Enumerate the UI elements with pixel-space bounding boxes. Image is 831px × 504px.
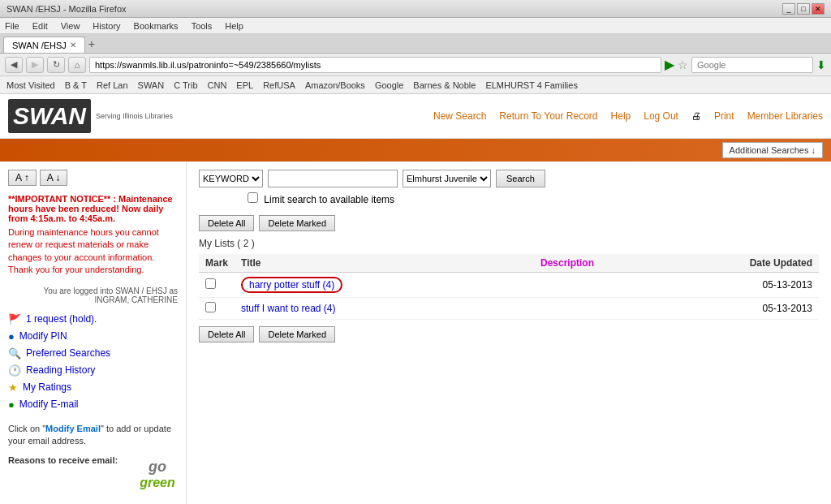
sidebar-item-requests[interactable]: 1 request (hold). (26, 313, 97, 325)
go-green-logo: go green (137, 454, 178, 494)
go-icon[interactable]: ▶ (665, 57, 674, 72)
col-date-updated: Date Updated (738, 254, 819, 273)
log-out-link[interactable]: Log Out (644, 110, 678, 122)
bookmarks-bar: Most Visited B & T Ref Lan SWAN C Trib C… (0, 76, 831, 94)
delete-marked-button-bottom[interactable]: Delete Marked (259, 326, 335, 342)
search-bar[interactable] (691, 57, 813, 73)
search-input[interactable] (268, 170, 398, 187)
content-area: A ↑ A ↓ **IMPORTANT NOTICE** : Maintenan… (0, 162, 831, 504)
url-bar[interactable] (89, 57, 661, 73)
delete-all-button-top[interactable]: Delete All (199, 215, 254, 231)
row2-title-link[interactable]: stuff I want to read (4) (241, 303, 336, 314)
lists-title: My Lists ( 2 ) (199, 238, 819, 249)
menu-bookmarks[interactable]: Bookmarks (132, 21, 180, 31)
bookmark-refusa[interactable]: RefUSA (260, 80, 299, 91)
sidebar-links: 🚩 1 request (hold). ● Modify PIN 🔍 Prefe… (8, 311, 178, 413)
location-select[interactable]: Elmhurst Juvenile Elmhurst Adult All Lib… (403, 170, 491, 187)
orange-bar: Additional Searches ↓ (0, 139, 831, 162)
preferred-searches-icon: 🔍 (8, 347, 21, 360)
bookmark-epl[interactable]: EPL (233, 80, 256, 91)
maximize-button[interactable]: □ (797, 3, 810, 15)
row1-checkbox[interactable] (205, 278, 216, 289)
help-link[interactable]: Help (611, 110, 631, 122)
bookmark-amazon[interactable]: Amazon/Books (302, 80, 368, 91)
search-row: KEYWORD TITLE AUTHOR SUBJECT Elmhurst Ju… (199, 170, 819, 187)
sidebar-item-modify-email[interactable]: Modify E-mail (19, 398, 79, 410)
print-icon: 🖨 (691, 110, 701, 122)
menu-help[interactable]: Help (223, 21, 245, 31)
row1-date-cell: 05-13-2013 (738, 273, 819, 298)
sidebar: A ↑ A ↓ **IMPORTANT NOTICE** : Maintenan… (0, 162, 187, 504)
table-row: harry potter stuff (4) 05-13-2013 (199, 273, 819, 298)
row1-description-cell (397, 273, 738, 298)
logged-in-text: You are logged into SWAN / EHSJ as INGRA… (8, 286, 178, 304)
browser-urlbar: ◀ ▶ ↻ ⌂ ▶ ☆ ⬇ (0, 54, 831, 76)
col-description: Description (397, 254, 738, 273)
limit-label: Limit search to available items (264, 194, 394, 205)
home-button[interactable]: ⌂ (68, 57, 86, 73)
bookmark-cnn[interactable]: CNN (205, 80, 230, 91)
main-content: KEYWORD TITLE AUTHOR SUBJECT Elmhurst Ju… (187, 162, 831, 504)
top-navigation: SWAN Serving Illinois Libraries New Sear… (0, 94, 831, 139)
row1-title-link[interactable]: harry potter stuff (4) (249, 279, 334, 291)
menu-edit[interactable]: Edit (31, 21, 50, 31)
important-notice: **IMPORTANT NOTICE** : Maintenance hours… (8, 194, 178, 277)
bookmark-star-icon[interactable]: ☆ (678, 58, 688, 71)
col-title: Title (235, 254, 397, 273)
reading-history-icon: 🕐 (8, 364, 21, 377)
go-green-section: Reasons to receive email: go green (8, 454, 178, 494)
new-tab-button[interactable]: + (88, 37, 95, 50)
sidebar-item-reading-history[interactable]: Reading History (26, 364, 95, 376)
bookmark-reflam[interactable]: Ref Lan (93, 80, 131, 91)
row2-checkbox[interactable] (205, 302, 216, 312)
table-row: stuff I want to read (4) 05-13-2013 (199, 298, 819, 320)
font-size-decrease-button[interactable]: A ↓ (40, 170, 68, 186)
new-search-link[interactable]: New Search (433, 110, 486, 122)
bookmark-bt[interactable]: B & T (62, 80, 90, 91)
row1-checkbox-cell (199, 273, 235, 298)
delete-marked-button-top[interactable]: Delete Marked (259, 215, 335, 231)
menu-tools[interactable]: Tools (190, 21, 214, 31)
print-link[interactable]: Print (714, 110, 734, 122)
menu-file[interactable]: File (3, 21, 21, 31)
search-type-select[interactable]: KEYWORD TITLE AUTHOR SUBJECT (199, 170, 263, 187)
menu-view[interactable]: View (59, 21, 82, 31)
row2-checkbox-cell (199, 298, 235, 320)
bookmark-ctrib[interactable]: C Trib (170, 80, 200, 91)
additional-searches-button[interactable]: Additional Searches ↓ (722, 142, 823, 158)
row2-description-cell (397, 298, 738, 320)
tab-close-icon[interactable]: ✕ (70, 41, 76, 50)
search-button[interactable]: Search (496, 170, 545, 187)
modify-email-inline-link[interactable]: Modify Email (45, 424, 101, 433)
sidebar-item-modify-pin[interactable]: Modify PIN (19, 330, 67, 342)
row2-title-cell: stuff I want to read (4) (235, 298, 397, 320)
limit-checkbox[interactable] (248, 192, 258, 203)
bookmark-most-visited[interactable]: Most Visited (3, 80, 58, 91)
bookmark-swan[interactable]: SWAN (135, 80, 168, 91)
menu-history[interactable]: History (91, 21, 122, 31)
tab-label: SWAN /EHSJ (12, 41, 67, 50)
my-ratings-icon: ★ (8, 381, 18, 394)
bookmark-bn[interactable]: Barnes & Noble (410, 80, 479, 91)
notice-detail-text: During maintenance hours you cannot rene… (8, 226, 178, 277)
highlighted-list-item: harry potter stuff (4) (241, 277, 342, 293)
active-tab[interactable]: SWAN /EHSJ ✕ (3, 37, 85, 53)
back-button[interactable]: ◀ (5, 57, 23, 73)
delete-all-button-bottom[interactable]: Delete All (199, 326, 254, 342)
return-to-record-link[interactable]: Return To Your Record (499, 110, 597, 122)
forward-button[interactable]: ▶ (26, 57, 44, 73)
additional-searches-label: Additional Searches ↓ (730, 145, 816, 155)
sidebar-item-preferred-searches[interactable]: Preferred Searches (26, 347, 110, 359)
close-button[interactable]: ✕ (812, 3, 825, 15)
logo-area: SWAN Serving Illinois Libraries (8, 99, 173, 133)
email-notice: Click on "Modify Email" to add or update… (8, 423, 178, 448)
member-libraries-link[interactable]: Member Libraries (747, 110, 823, 122)
bookmark-elmhurst[interactable]: ELMHURST 4 Families (482, 80, 581, 91)
reload-button[interactable]: ↻ (47, 57, 65, 73)
browser-title: SWAN /EHSJ - Mozilla Firefox (6, 4, 782, 14)
sidebar-item-my-ratings[interactable]: My Ratings (23, 381, 71, 393)
row2-date-cell: 05-13-2013 (738, 298, 819, 320)
font-size-increase-button[interactable]: A ↑ (8, 170, 37, 186)
bookmark-google[interactable]: Google (372, 80, 407, 91)
minimize-button[interactable]: _ (782, 3, 795, 15)
